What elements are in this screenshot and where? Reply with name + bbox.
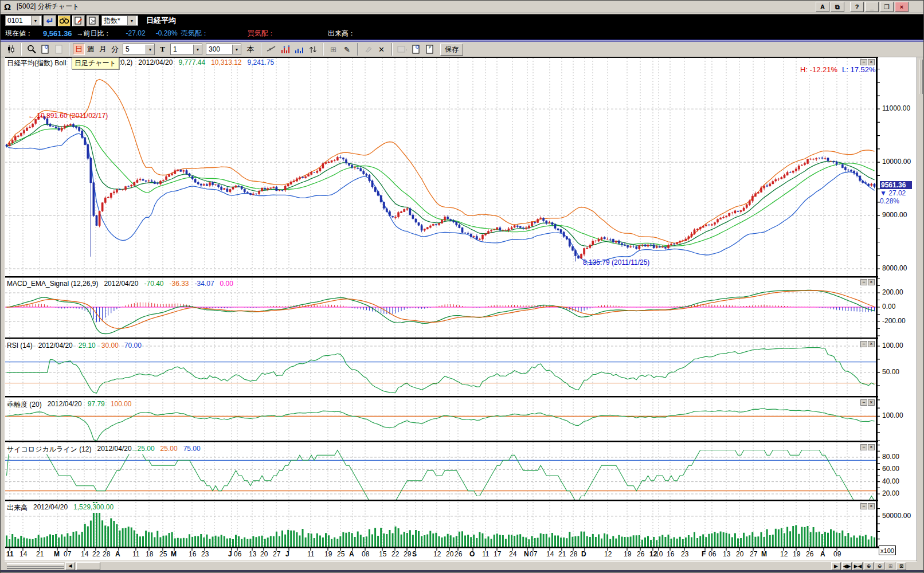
panel-close-button[interactable]: × <box>868 399 875 406</box>
magnifier-icon <box>27 45 36 54</box>
window-bottom-border <box>1 570 923 572</box>
page-icon <box>412 45 420 54</box>
chevron-down-icon[interactable]: ▼ <box>146 45 154 54</box>
panel-close-button[interactable]: × <box>868 279 875 285</box>
save-button[interactable]: 保存 <box>440 44 463 56</box>
panel-minimize-button[interactable]: − <box>860 503 867 509</box>
close-button[interactable]: × <box>895 2 909 12</box>
y-axis-label: 10000.00 <box>882 158 911 166</box>
edit-page-button[interactable] <box>72 15 85 26</box>
save-dropdown-button[interactable] <box>396 43 409 56</box>
period-week-button[interactable]: 週 <box>85 44 97 55</box>
x-axis-label: J <box>228 550 232 558</box>
y-axis-label: 200.00 <box>882 288 903 296</box>
count1-select[interactable]: 1 ▼ <box>170 44 202 55</box>
enter-button[interactable]: ↵ <box>44 15 56 26</box>
x-axis-label: 12 <box>433 550 441 558</box>
psy-high-ref: 75.00 <box>183 445 201 454</box>
count2-select[interactable]: 300 ▼ <box>206 44 241 55</box>
horizontal-scrollbar[interactable]: ◀ ▶ ◀▶ ▶◀ ⊕ ⊖ ⊞ ⊠ <box>5 561 917 570</box>
eraser-icon <box>363 46 372 53</box>
x-axis-label: 28 <box>570 550 577 558</box>
code-input[interactable]: 0101 ▼ <box>5 15 42 26</box>
zoom-out-button[interactable]: ⊖ <box>875 562 884 570</box>
font-button[interactable]: A <box>816 2 829 12</box>
y-axis-label: 100.00 <box>882 342 903 350</box>
panel-close-button[interactable]: × <box>868 444 875 450</box>
new-page-button[interactable] <box>38 43 52 56</box>
nav-step-button[interactable]: ▶ <box>831 562 841 570</box>
x-axis-label: 08 <box>362 550 369 558</box>
instrument-type-select[interactable]: 指数* ▼ <box>101 15 138 26</box>
panel-close-button[interactable]: × <box>868 59 875 65</box>
vertical-scrollbar[interactable] <box>917 57 924 561</box>
copy-page-button[interactable] <box>52 43 65 56</box>
scroll-thumb[interactable] <box>76 562 100 570</box>
period-month-button[interactable]: 月 <box>97 44 109 55</box>
scroll-grip[interactable] <box>7 563 64 569</box>
save-page-button[interactable]: P <box>423 43 436 56</box>
x-axis-label: 17 <box>494 550 501 558</box>
panel-close-button[interactable]: × <box>868 503 875 509</box>
vscroll-grip[interactable] <box>919 60 923 94</box>
high-pct-label: H: -12.21% <box>800 65 837 74</box>
nav-expand-button[interactable]: ◀▶ <box>842 562 852 570</box>
legend-rsi: RSI (14) 2012/04/20 29.10 30.00 70.00 <box>6 342 142 350</box>
restore-button[interactable]: ❐ <box>880 2 894 12</box>
scroll-left-button[interactable]: ◀ <box>65 562 75 570</box>
clear-page-button[interactable] <box>87 15 99 26</box>
panel-close-button[interactable]: × <box>868 341 875 347</box>
grid-toggle-button[interactable]: ⊞ <box>886 562 895 570</box>
indicator-red-button[interactable] <box>279 43 292 56</box>
x-axis-label: O <box>469 550 475 558</box>
title-bar: Ω [5002] 分析チャート <box>1 1 923 13</box>
legend-psy: サイコロジカルライン (12) 2012/04/20 25.00 25.00 7… <box>6 445 201 454</box>
delete-all-button[interactable]: ✕ <box>375 43 388 56</box>
tick-type-button[interactable]: T <box>156 44 169 55</box>
zoom-button[interactable] <box>25 43 38 56</box>
indicator-blue-button[interactable] <box>292 43 306 56</box>
scale-updown-button[interactable] <box>306 43 319 56</box>
bar-chart-red-icon <box>281 45 289 54</box>
draw-pencil-button[interactable]: ✎ <box>340 43 354 56</box>
nav-shrink-button[interactable]: ▶◀ <box>853 562 863 570</box>
panel-minimize-button[interactable]: − <box>860 59 867 65</box>
grid-button[interactable]: ⊞ <box>327 43 340 56</box>
period-minute-button[interactable]: 分 <box>109 44 121 55</box>
chart-plot-area[interactable] <box>5 57 917 560</box>
chevron-down-icon[interactable]: ▼ <box>31 16 40 25</box>
psy-value: 25.00 <box>137 445 155 454</box>
minimize-button[interactable]: _ <box>865 2 879 12</box>
chevron-down-icon[interactable]: ▼ <box>193 45 202 54</box>
x-axis-label: 26 <box>455 550 462 558</box>
trendline-button[interactable] <box>265 43 278 56</box>
low-annotation: 8,135.79 (2011/11/25) <box>583 258 649 266</box>
candlestick-mode-button[interactable] <box>4 43 17 56</box>
y-axis-label: 50.00 <box>882 368 899 376</box>
rsi-high-ref: 70.00 <box>124 342 142 350</box>
copy-window-button[interactable]: ⧉ <box>831 2 844 12</box>
eraser-button[interactable] <box>361 43 374 56</box>
main-toolbar: 日 週 月 分 5 ▼ T 1 ▼ 300 ▼ 本 ⊞ <box>1 42 923 57</box>
binoculars-button[interactable] <box>58 15 71 26</box>
y-axis-label: 9000.00 <box>882 211 907 219</box>
chevron-down-icon[interactable]: ▼ <box>232 45 241 54</box>
panel-minimize-button[interactable]: − <box>860 279 867 285</box>
zoom-in-button[interactable]: ⊕ <box>864 562 874 570</box>
x-axis-label: 11 <box>6 550 14 558</box>
x-axis-label: 21 <box>558 550 566 558</box>
window-title: [5002] 分析チャート <box>17 2 80 11</box>
binoculars-icon <box>60 17 69 24</box>
interval-select[interactable]: 5 ▼ <box>123 44 155 55</box>
panel-minimize-button[interactable]: − <box>860 399 867 406</box>
close-panel-button[interactable]: ⊠ <box>896 562 906 570</box>
panel-minimize-button[interactable]: − <box>860 444 867 450</box>
period-day-button[interactable]: 日 <box>73 44 85 55</box>
panel-minimize-button[interactable]: − <box>860 341 867 347</box>
load-page-button[interactable] <box>409 43 422 56</box>
help-button[interactable]: ? <box>850 2 864 12</box>
page-icon <box>41 45 49 54</box>
macd-value: -70.40 <box>143 280 164 288</box>
legend-date: 2012/04/20 <box>103 280 139 288</box>
chevron-down-icon[interactable]: ▼ <box>127 16 136 25</box>
